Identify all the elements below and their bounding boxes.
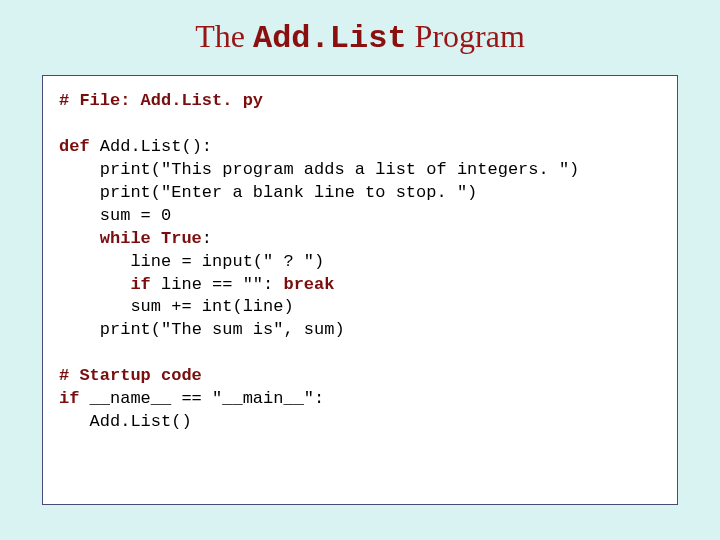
if-str: "" xyxy=(243,275,263,294)
print3-b: "The sum is" xyxy=(161,320,283,339)
kw-break: break xyxy=(283,275,334,294)
if-mid: line == xyxy=(151,275,243,294)
while-colon: : xyxy=(202,229,212,248)
code-box: # File: Add.List. py def Add.List(): pri… xyxy=(42,75,678,505)
kw-if: if xyxy=(59,275,151,294)
sum-add: sum += int(line) xyxy=(59,297,294,316)
if-colon: : xyxy=(263,275,283,294)
main-c: : xyxy=(314,389,324,408)
sum-init: sum = 0 xyxy=(59,206,171,225)
input-b: " ? " xyxy=(263,252,314,271)
print2-c: ) xyxy=(467,183,477,202)
print3-a: print( xyxy=(59,320,161,339)
comment-file: # File: Add.List. py xyxy=(59,91,263,110)
print1-b: "This program adds a list of integers. " xyxy=(161,160,569,179)
slide-title: The Add.List Program xyxy=(0,0,720,75)
main-b: "__main__" xyxy=(212,389,314,408)
kw-if2: if xyxy=(59,389,79,408)
title-mono: Add.List xyxy=(253,20,407,57)
call-fn: Add.List() xyxy=(59,412,192,431)
print3-c: , sum) xyxy=(283,320,344,339)
input-a: line = input( xyxy=(59,252,263,271)
title-suffix: Program xyxy=(407,18,525,54)
comment-startup: # Startup code xyxy=(59,366,202,385)
main-a: __name__ == xyxy=(79,389,212,408)
kw-while: while True xyxy=(59,229,202,248)
fn-name: Add.List(): xyxy=(90,137,212,156)
title-prefix: The xyxy=(195,18,253,54)
print2-b: "Enter a blank line to stop. " xyxy=(161,183,467,202)
print1-a: print( xyxy=(59,160,161,179)
kw-def: def xyxy=(59,137,90,156)
print1-c: ) xyxy=(569,160,579,179)
input-c: ) xyxy=(314,252,324,271)
code-block: # File: Add.List. py def Add.List(): pri… xyxy=(59,90,661,434)
print2-a: print( xyxy=(59,183,161,202)
